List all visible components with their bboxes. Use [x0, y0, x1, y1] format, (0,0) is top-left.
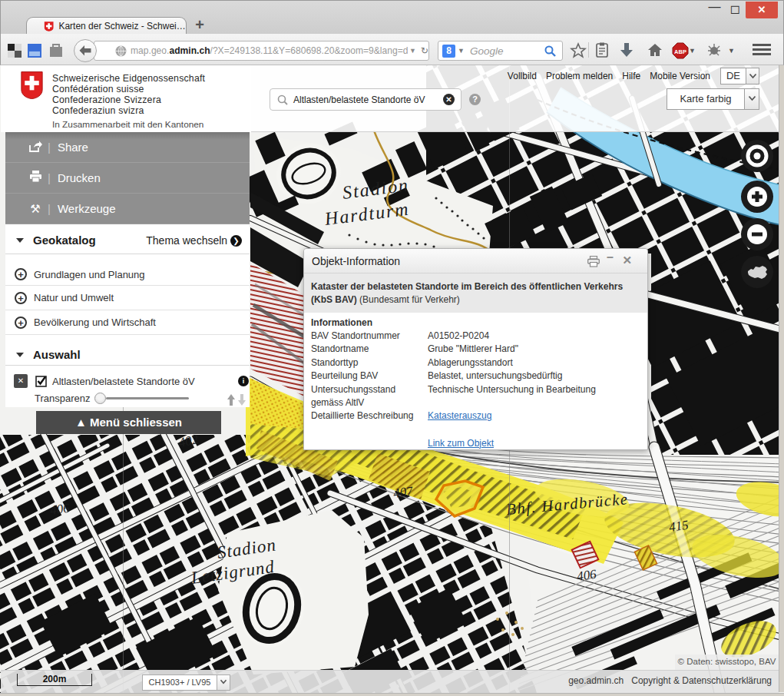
- svg-text:407: 407: [392, 483, 415, 501]
- svg-text:406: 406: [49, 501, 71, 518]
- svg-text:ABP: ABP: [674, 48, 686, 55]
- svg-text:415: 415: [668, 518, 690, 535]
- svg-text:406: 406: [576, 567, 597, 584]
